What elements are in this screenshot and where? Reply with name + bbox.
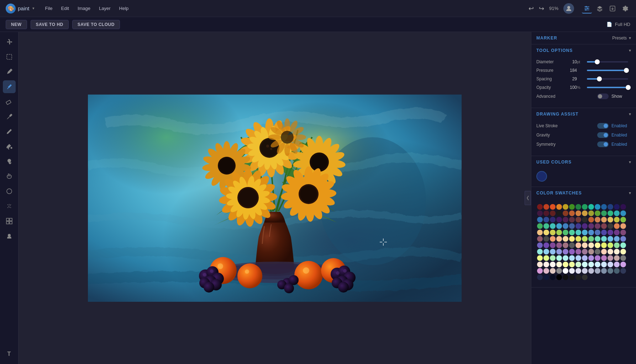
color-swatch-98[interactable]	[537, 249, 543, 255]
diameter-slider[interactable]	[587, 61, 628, 63]
color-swatch-79[interactable]	[595, 236, 600, 242]
menu-file[interactable]: File	[42, 4, 56, 12]
color-swatch-85[interactable]	[543, 242, 549, 248]
color-swatch-59[interactable]	[556, 230, 562, 235]
color-swatch-160[interactable]	[575, 274, 581, 280]
color-swatch-154[interactable]	[537, 274, 543, 280]
collapse-panel-button[interactable]	[525, 191, 531, 205]
color-swatch-152[interactable]	[614, 268, 620, 274]
color-swatch-23[interactable]	[595, 210, 600, 216]
color-swatch-66[interactable]	[601, 230, 607, 235]
color-swatch-115[interactable]	[556, 255, 562, 261]
color-swatch-107[interactable]	[595, 249, 600, 255]
color-swatch-73[interactable]	[556, 236, 562, 242]
color-swatch-54[interactable]	[614, 223, 620, 229]
color-swatch-130[interactable]	[563, 262, 568, 267]
drawing-assist-header[interactable]: DRAWING ASSIST ▾	[531, 108, 636, 120]
color-swatch-5[interactable]	[569, 204, 575, 210]
color-swatch-100[interactable]	[550, 249, 556, 255]
color-swatch-136[interactable]	[601, 262, 607, 267]
color-swatch-70[interactable]	[537, 236, 543, 242]
marker-tool[interactable]	[3, 110, 16, 123]
color-swatch-28[interactable]	[537, 217, 543, 223]
menu-edit[interactable]: Edit	[57, 4, 72, 12]
user-avatar[interactable]	[563, 3, 574, 14]
color-swatch-89[interactable]	[569, 242, 575, 248]
color-swatch-141[interactable]	[543, 268, 549, 274]
color-swatch-92[interactable]	[588, 242, 594, 248]
color-swatch-74[interactable]	[563, 236, 568, 242]
color-swatch-94[interactable]	[601, 242, 607, 248]
color-swatch-47[interactable]	[569, 223, 575, 229]
opacity-slider[interactable]	[587, 87, 628, 88]
color-swatch-9[interactable]	[595, 204, 600, 210]
color-swatch-6[interactable]	[575, 204, 581, 210]
color-swatch-77[interactable]	[582, 236, 588, 242]
color-swatch-27[interactable]	[620, 210, 626, 216]
pen-tool[interactable]	[3, 65, 16, 78]
color-swatch-51[interactable]	[595, 223, 600, 229]
color-swatch-43[interactable]	[543, 223, 549, 229]
color-swatch-82[interactable]	[614, 236, 620, 242]
spray-tool[interactable]	[3, 200, 16, 213]
color-swatch-110[interactable]	[614, 249, 620, 255]
color-swatch-58[interactable]	[550, 230, 556, 235]
gravity-toggle[interactable]	[597, 132, 609, 138]
color-swatch-142[interactable]	[550, 268, 556, 274]
color-swatch-86[interactable]	[550, 242, 556, 248]
color-swatch-31[interactable]	[556, 217, 562, 223]
color-swatch-102[interactable]	[563, 249, 568, 255]
color-swatch-122[interactable]	[601, 255, 607, 261]
color-swatch-87[interactable]	[556, 242, 562, 248]
color-swatch-49[interactable]	[582, 223, 588, 229]
marker-header[interactable]: MARKER Presets ▾	[531, 32, 636, 44]
color-swatch-145[interactable]	[569, 268, 575, 274]
color-swatch-129[interactable]	[556, 262, 562, 267]
color-swatch-65[interactable]	[595, 230, 600, 235]
color-swatch-64[interactable]	[588, 230, 594, 235]
color-swatch-7[interactable]	[582, 204, 588, 210]
color-swatch-159[interactable]	[569, 274, 575, 280]
color-swatch-69[interactable]	[620, 230, 626, 235]
settings-icon[interactable]	[620, 4, 630, 14]
pressure-slider[interactable]	[587, 70, 628, 71]
color-swatch-80[interactable]	[601, 236, 607, 242]
color-swatch-81[interactable]	[608, 236, 613, 242]
color-swatch-155[interactable]	[543, 274, 549, 280]
used-color-1[interactable]	[536, 171, 547, 182]
tool-options-header[interactable]: TOOL OPTIONS ▾	[531, 44, 636, 57]
color-swatch-112[interactable]	[537, 255, 543, 261]
used-colors-header[interactable]: USED COLORS ▾	[531, 156, 636, 168]
color-swatch-124[interactable]	[614, 255, 620, 261]
advanced-toggle[interactable]	[597, 93, 609, 99]
color-swatch-37[interactable]	[595, 217, 600, 223]
color-swatch-52[interactable]	[601, 223, 607, 229]
text-tool[interactable]: T	[3, 348, 16, 360]
color-swatch-99[interactable]	[543, 249, 549, 255]
color-swatch-83[interactable]	[620, 236, 626, 242]
color-swatch-39[interactable]	[608, 217, 613, 223]
adjust-icon[interactable]	[582, 4, 592, 14]
color-swatch-60[interactable]	[563, 230, 568, 235]
color-swatch-125[interactable]	[620, 255, 626, 261]
color-swatch-4[interactable]	[563, 204, 568, 210]
color-swatch-46[interactable]	[563, 223, 568, 229]
color-swatch-72[interactable]	[550, 236, 556, 242]
color-swatch-26[interactable]	[614, 210, 620, 216]
grid-tool[interactable]	[3, 215, 16, 228]
color-swatch-117[interactable]	[569, 255, 575, 261]
color-swatch-53[interactable]	[608, 223, 613, 229]
color-swatch-19[interactable]	[569, 210, 575, 216]
color-swatch-45[interactable]	[556, 223, 562, 229]
color-swatch-21[interactable]	[582, 210, 588, 216]
color-swatch-88[interactable]	[563, 242, 568, 248]
color-swatch-137[interactable]	[608, 262, 613, 267]
color-swatch-96[interactable]	[614, 242, 620, 248]
live-stroke-toggle[interactable]	[597, 123, 609, 129]
color-swatch-42[interactable]	[537, 223, 543, 229]
color-swatch-38[interactable]	[601, 217, 607, 223]
pencil-tool[interactable]	[3, 125, 16, 138]
color-swatch-13[interactable]	[620, 204, 626, 210]
color-swatch-131[interactable]	[569, 262, 575, 267]
painting-canvas[interactable]	[88, 95, 462, 302]
